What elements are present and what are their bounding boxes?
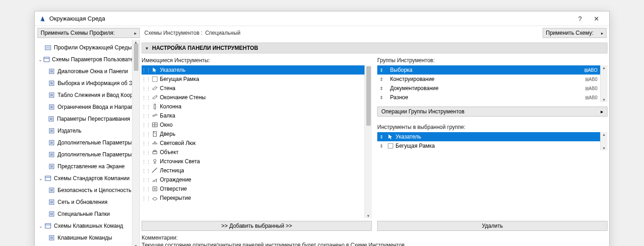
available-item[interactable]: ⋮⋮Перекрытие <box>142 193 372 203</box>
item-label: Ограждение <box>160 176 191 183</box>
tree-item[interactable]: Выборка и Информация об Эле <box>35 77 139 89</box>
tree-item[interactable]: Сеть и Обновления <box>35 196 139 208</box>
tree-item[interactable]: Представление на Экране <box>35 160 139 172</box>
section-header[interactable]: ▾ НАСТРОЙКА ПАНЕЛИ ИНСТРУМЕНТОВ <box>142 43 607 53</box>
available-item[interactable]: ⋮⋮Лестница <box>142 166 372 175</box>
scroll-down-icon[interactable]: ▾ <box>601 146 607 150</box>
drag-grip-icon[interactable]: ⋮⋮ <box>142 132 150 137</box>
available-item[interactable]: ⋮⋮Окно <box>142 120 372 129</box>
drag-grip-icon[interactable]: ⋮⋮ <box>142 68 150 73</box>
drag-grip-icon[interactable]: ⋮⋮ <box>142 150 150 155</box>
tree-node-icon <box>48 68 56 75</box>
drag-grip-icon[interactable]: ⋮⋮ <box>142 95 150 100</box>
drag-grip-icon[interactable]: ⋮⋮ <box>142 168 150 173</box>
available-item[interactable]: ⋮⋮Ограждение <box>142 175 372 184</box>
groups-scrollbar[interactable]: ▴ ▾ <box>600 65 607 102</box>
drag-grip-icon[interactable]: ⇕ <box>377 86 385 91</box>
tree-node-icon <box>48 187 56 194</box>
tree-item[interactable]: Специальные Папки <box>35 208 139 220</box>
tree-item[interactable]: ⌄Схемы Клавишных Команд <box>35 220 139 232</box>
available-item[interactable]: ⋮⋮Бегущая Рамка <box>142 75 372 84</box>
tree-item[interactable]: Клавишные Команды <box>35 232 139 244</box>
tree-toggle-icon[interactable]: ⌄ <box>37 224 44 229</box>
apply-scheme-dropdown[interactable]: Применить Схему: ▸ <box>543 28 607 38</box>
available-item[interactable]: ⋮⋮Балка <box>142 111 372 120</box>
selected-label: Инструменты в выбранной группе: <box>377 124 607 130</box>
available-scrollbar[interactable]: ▴ ▾ <box>364 65 372 218</box>
available-item[interactable]: ⋮⋮Световой Люк <box>142 139 372 148</box>
available-item[interactable]: ⋮⋮Окончание Стены <box>142 93 372 102</box>
action-row: >> Добавить выбранный >> Удалить <box>142 221 607 231</box>
drag-grip-icon[interactable]: ⇕ <box>377 144 385 149</box>
drag-grip-icon[interactable]: ⋮⋮ <box>142 104 150 109</box>
selected-item[interactable]: ⇕Указатель <box>377 132 607 141</box>
drag-grip-icon[interactable]: ⋮⋮ <box>142 123 150 128</box>
selected-scrollbar[interactable]: ▴ ▾ <box>600 132 607 150</box>
skylight-icon <box>150 140 160 146</box>
add-selected-button[interactable]: >> Добавить выбранный >> <box>142 221 372 231</box>
group-item[interactable]: ⇕Разное⊞АВ0 <box>377 93 607 102</box>
comments-text: Текущее состояние открытия/закрытия пане… <box>142 242 607 246</box>
scroll-thumb[interactable] <box>366 66 371 126</box>
tree-item[interactable]: Диалоговые Окна и Панели <box>35 65 139 77</box>
drag-grip-icon[interactable]: ⇕ <box>377 95 385 100</box>
item-label: Бегущая Рамка <box>160 76 199 82</box>
group-item[interactable]: ⇕Выборка⊞ABО <box>377 65 607 75</box>
drag-grip-icon[interactable]: ⋮⋮ <box>142 77 150 82</box>
available-item[interactable]: ⋮⋮Объект <box>142 148 372 157</box>
svg-rect-56 <box>45 224 51 228</box>
drag-grip-icon[interactable]: ⋮⋮ <box>142 86 150 91</box>
scroll-up-icon[interactable]: ▴ <box>601 132 607 137</box>
help-button[interactable]: ? <box>572 15 588 22</box>
scroll-thumb[interactable] <box>134 43 138 71</box>
available-item[interactable]: ⋮⋮Источник Света <box>142 157 372 166</box>
drag-grip-icon[interactable]: ⇕ <box>377 134 385 139</box>
drag-grip-icon[interactable]: ⋮⋮ <box>142 196 150 201</box>
tree-node-icon <box>43 56 50 63</box>
group-item[interactable]: ⇕Конструирование⊞АВ0 <box>377 75 607 84</box>
drag-grip-icon[interactable]: ⇕ <box>377 68 385 73</box>
selected-item[interactable]: ⇕Бегущая Рамка <box>377 141 607 150</box>
group-item[interactable]: ⇕Документирование⊞АВ0 <box>377 84 607 93</box>
tree-item-label: Параметры Перестраивания Мо <box>57 116 139 122</box>
group-operations-dropdown[interactable]: Операции Группы Инструментов ▸ <box>377 107 607 117</box>
tree-item[interactable]: Профили Окружающей Среды <box>35 42 139 53</box>
tree-item[interactable]: Ограничения Ввода и Направл <box>35 101 139 113</box>
available-list[interactable]: ⋮⋮Указатель⋮⋮Бегущая Рамка⋮⋮Стена⋮⋮Оконч… <box>142 65 372 218</box>
drag-grip-icon[interactable]: ⋮⋮ <box>142 187 150 192</box>
available-item[interactable]: ⋮⋮Стена <box>142 84 372 93</box>
drag-grip-icon[interactable]: ⋮⋮ <box>142 159 150 164</box>
available-item[interactable]: ⋮⋮Указатель <box>142 65 372 75</box>
drag-grip-icon[interactable]: ⇕ <box>377 77 385 82</box>
groups-label: Группы Инструментов: <box>377 57 607 64</box>
tree-node-icon <box>44 175 52 182</box>
sidebar-scrollbar[interactable]: ▴ ▾ <box>132 40 139 246</box>
tree-item[interactable]: ⌄Схемы Стандартов Компании <box>35 172 139 184</box>
drag-grip-icon[interactable]: ⋮⋮ <box>142 113 150 118</box>
selected-list[interactable]: ⇕Указатель⇕Бегущая Рамка <box>377 132 607 150</box>
groups-list[interactable]: ⇕Выборка⊞ABО⇕Конструирование⊞АВ0⇕Докумен… <box>377 65 607 102</box>
available-item[interactable]: ⋮⋮Дверь <box>142 129 372 139</box>
tree-item-label: Выборка и Информация об Эле <box>58 80 139 86</box>
tree-item[interactable]: Дополнительные Параметры О <box>35 149 139 160</box>
tree-item[interactable]: Табло Слежения и Ввод Коорди <box>35 89 139 101</box>
tree-item[interactable]: ⌄Схемы Параметров Пользователя <box>35 53 139 65</box>
tree-item[interactable]: Издатель <box>35 125 139 137</box>
svg-rect-80 <box>153 187 157 191</box>
drag-grip-icon[interactable]: ⋮⋮ <box>142 177 150 182</box>
tree-item[interactable]: Параметры Перестраивания Мо <box>35 113 139 125</box>
scroll-down-icon[interactable]: ▾ <box>132 244 139 246</box>
drag-grip-icon[interactable]: ⋮⋮ <box>142 141 150 146</box>
available-item[interactable]: ⋮⋮Колонна <box>142 102 372 111</box>
tree-item[interactable]: Дополнительные Параметры <box>35 137 139 149</box>
tree-toggle-icon[interactable]: ⌄ <box>37 57 43 62</box>
scroll-down-icon[interactable]: ▾ <box>601 97 607 102</box>
tree-toggle-icon[interactable]: ⌄ <box>37 176 44 181</box>
remove-button[interactable]: Удалить <box>377 221 607 231</box>
scroll-down-icon[interactable]: ▾ <box>365 214 372 218</box>
close-button[interactable]: ✕ <box>588 15 605 22</box>
apply-profile-dropdown[interactable]: Применить Схемы Профиля: ▸ <box>37 28 140 38</box>
scroll-up-icon[interactable]: ▴ <box>601 65 607 70</box>
available-item[interactable]: ⋮⋮Отверстие <box>142 184 372 193</box>
tree-item[interactable]: Безопасность и Целостность да <box>35 184 139 196</box>
